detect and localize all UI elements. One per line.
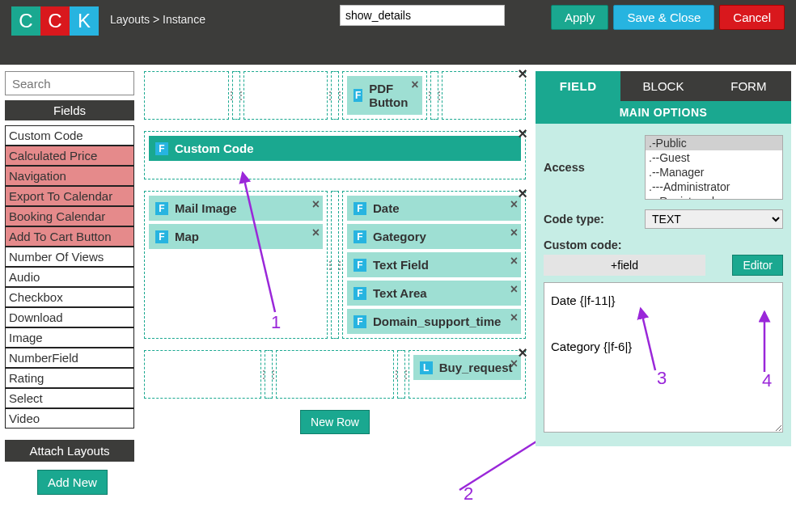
field-item[interactable]: Booking Calendar [5,206,134,226]
chip-label: Map [175,230,199,243]
drag-handle-icon[interactable]: ⋮⋮ [331,191,339,339]
custom-code-textarea[interactable] [544,282,783,433]
canvas: ⋮⋮ ⋮⋮ F PDF Button × ⋮⋮ × F Custom Code [144,71,526,495]
logo-c2-icon: C [40,6,70,36]
layout-tag-icon: L [420,361,433,374]
field-chip[interactable]: FDomain_support_time× [347,309,521,334]
layout-cell[interactable]: F Custom Code [144,131,526,179]
cancel-button[interactable]: Cancel [719,5,785,30]
field-item[interactable]: Select [5,388,134,408]
remove-chip-icon[interactable]: × [312,226,320,240]
layout-cell[interactable] [276,350,393,399]
custom-code-label: Custom code: [544,239,622,251]
field-chip[interactable]: F PDF Button × [347,76,422,115]
drag-handle-icon[interactable]: ⋮⋮ [397,350,405,399]
code-type-label: Code type: [544,213,637,226]
remove-chip-icon[interactable]: × [510,357,518,371]
field-tag-icon: F [354,89,362,102]
drag-handle-icon[interactable]: ⋮⋮ [232,71,240,120]
drag-handle-icon[interactable]: ⋮⋮ [265,350,273,399]
remove-row-icon[interactable]: × [518,68,527,79]
field-item[interactable]: NumberField [5,348,134,368]
layout-cell[interactable]: L Buy_request × [409,350,526,399]
field-item[interactable]: Checkbox [5,287,134,307]
tab-form[interactable]: FORM [706,71,791,101]
field-chip[interactable]: FText Field× [347,252,521,277]
access-select[interactable]: .-Public.--Guest.--Manager.---Administra… [645,135,783,200]
new-row-button[interactable]: New Row [300,410,370,434]
layout-cell[interactable] [442,71,527,120]
title-input[interactable] [340,5,505,26]
field-chip-selected[interactable]: F Custom Code [149,136,521,161]
chip-label: Text Area [373,286,427,300]
field-item[interactable]: Calculated Price [5,146,134,166]
access-option[interactable]: .--Guest [646,150,782,165]
properties-panel: FIELD BLOCK FORM MAIN OPTIONS Access .-P… [536,71,791,495]
layout-cell[interactable] [144,350,261,399]
field-item[interactable]: Export To Calendar [5,186,134,206]
field-tag-icon: F [354,230,366,243]
remove-row-icon[interactable]: × [518,347,527,358]
left-sidebar: Fields Custom CodeCalculated PriceNaviga… [5,71,134,495]
layout-cell[interactable]: FDate×FGategory×FText Field×FText Area×F… [342,191,526,339]
field-chip[interactable]: FText Area× [347,281,521,306]
chip-label: Domain_support_time [373,315,501,328]
layout-cell[interactable] [243,71,328,120]
field-tag-icon: F [155,230,168,243]
remove-chip-icon[interactable]: × [312,197,320,212]
access-option[interactable]: .-Public [646,136,782,150]
breadcrumb[interactable]: Layouts > Instance [110,13,205,26]
access-option[interactable]: .--Registered [646,194,782,200]
chip-label: Gategory [373,230,426,243]
remove-chip-icon[interactable]: × [510,254,518,268]
field-tag-icon: F [354,287,366,300]
field-item[interactable]: Custom Code [5,125,134,146]
tab-field[interactable]: FIELD [536,71,620,101]
field-item[interactable]: Download [5,307,134,327]
topbar: C C K Layouts > Instance Apply Save & Cl… [0,0,796,65]
remove-chip-icon[interactable]: × [510,310,518,325]
remove-row-icon[interactable]: × [518,188,527,199]
tab-block[interactable]: BLOCK [620,71,705,101]
field-item[interactable]: Add To Cart Button [5,226,134,247]
field-chip[interactable]: FMail Image× [149,196,323,221]
plus-field-button[interactable]: +field [544,255,705,276]
main-options-header: MAIN OPTIONS [536,101,791,124]
remove-chip-icon[interactable]: × [510,197,518,212]
apply-button[interactable]: Apply [551,5,609,30]
field-item[interactable]: Number Of Views [5,247,134,267]
field-item[interactable]: Video [5,408,134,429]
remove-chip-icon[interactable]: × [510,226,518,240]
panel-tabs: FIELD BLOCK FORM [536,71,791,101]
field-tag-icon: F [354,315,366,328]
layout-cell[interactable] [144,71,229,120]
layout-cell[interactable]: FMail Image×FMap× [144,191,328,339]
access-option[interactable]: .--Manager [646,165,782,179]
field-item[interactable]: Audio [5,267,134,287]
layout-row: ⋮⋮ ⋮⋮ L Buy_request × × [144,350,526,399]
access-option[interactable]: .---Administrator [646,179,782,194]
field-chip[interactable]: FGategory× [347,224,521,249]
field-item[interactable]: Image [5,327,134,348]
remove-row-icon[interactable]: × [518,128,527,139]
field-item[interactable]: Rating [5,368,134,388]
layout-chip[interactable]: L Buy_request × [413,355,521,380]
field-chip[interactable]: FDate× [347,196,521,221]
field-chip[interactable]: FMap× [149,224,323,249]
remove-chip-icon[interactable]: × [411,78,418,92]
field-item[interactable]: Navigation [5,166,134,186]
field-tag-icon: F [155,202,168,215]
save-close-button[interactable]: Save & Close [613,5,714,30]
remove-chip-icon[interactable]: × [510,282,518,297]
editor-button[interactable]: Editor [732,255,783,276]
chip-label: Text Field [373,258,429,272]
code-type-select[interactable]: TEXT [645,209,783,229]
field-tag-icon: F [354,259,366,272]
chip-label: Date [373,201,400,215]
search-input[interactable] [5,71,134,95]
add-new-button[interactable]: Add New [37,470,108,495]
logo-c-icon: C [11,6,40,36]
drag-handle-icon[interactable]: ⋮⋮ [331,71,339,120]
drag-handle-icon[interactable]: ⋮⋮ [430,71,438,120]
layout-cell[interactable]: F PDF Button × [342,71,427,120]
